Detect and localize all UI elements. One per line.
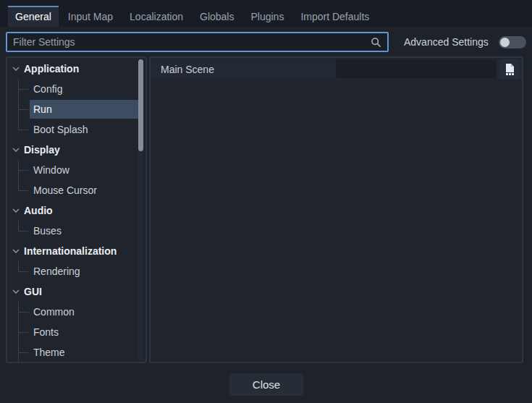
tree-line <box>18 180 19 190</box>
chevron-down-icon <box>12 208 20 213</box>
tab-bar: General Input Map Localization Globals P… <box>0 0 532 27</box>
chevron-down-icon <box>12 249 20 253</box>
filter-settings-box[interactable] <box>6 32 389 52</box>
tree-section-audio[interactable]: Audio <box>7 200 145 221</box>
tree-line <box>18 261 19 271</box>
tree-section-gui[interactable]: GUI <box>7 281 145 302</box>
tree-section-label: GUI <box>24 286 42 297</box>
chevron-down-icon <box>12 148 20 152</box>
tree-item-label: Config <box>33 83 62 95</box>
tree-section-internationalization[interactable]: Internationalization <box>7 241 145 261</box>
tree-item-window[interactable]: Window <box>7 160 145 180</box>
load-file-icon <box>504 64 515 75</box>
tree-line <box>18 312 28 313</box>
tree-item-label: Window <box>33 164 69 176</box>
tree-item-run[interactable]: Run <box>7 99 145 119</box>
tree-section-display[interactable]: Display <box>7 140 145 160</box>
settings-properties-panel: Main Scene <box>149 56 523 363</box>
tree-item-buses[interactable]: Buses <box>7 221 145 241</box>
tree-item-config[interactable]: Config <box>7 79 145 99</box>
search-icon <box>371 37 381 48</box>
tree-line <box>18 170 28 171</box>
load-file-button[interactable] <box>499 59 520 79</box>
tree-line <box>18 190 28 191</box>
filter-settings-input[interactable] <box>13 36 366 48</box>
tree-item-label: Common <box>33 306 75 318</box>
tab-globals[interactable]: Globals <box>193 6 241 27</box>
tree-section-label: Internationalization <box>24 245 117 257</box>
advanced-settings-label: Advanced Settings <box>404 36 489 48</box>
tree-section-label: Display <box>24 144 60 156</box>
settings-tree-panel: Application Config Run Boot Splash Displ… <box>6 56 147 363</box>
toolbar: Advanced Settings <box>6 32 526 52</box>
tree-section-label: Application <box>24 63 79 75</box>
tree-scrollbar-thumb[interactable] <box>138 59 143 151</box>
tree-line <box>18 271 28 272</box>
tree-item-common[interactable]: Common <box>7 302 145 322</box>
tree-section-label: Audio <box>24 205 53 216</box>
tree-item-label: Mouse Cursor <box>33 184 97 196</box>
tree-item-label: Boot Splash <box>33 124 88 135</box>
tree-line <box>18 332 28 333</box>
tree-line <box>18 130 28 130</box>
tree-line <box>18 352 28 353</box>
tree-item-fonts[interactable]: Fonts <box>7 322 145 342</box>
close-button[interactable]: Close <box>229 373 303 396</box>
settings-tree: Application Config Run Boot Splash Displ… <box>7 58 145 362</box>
tree-item-theme[interactable]: Theme <box>7 342 145 362</box>
tab-plugins[interactable]: Plugins <box>243 6 291 27</box>
chevron-down-icon <box>12 289 20 294</box>
tree-item-mouse-cursor[interactable]: Mouse Cursor <box>7 180 145 200</box>
tree-line <box>18 109 28 110</box>
chevron-down-icon <box>12 67 20 71</box>
tree-item-label: Rendering <box>33 266 80 277</box>
tree-item-label: Fonts <box>33 326 59 338</box>
tab-input-map[interactable]: Input Map <box>61 6 120 27</box>
tab-import-defaults[interactable]: Import Defaults <box>293 6 376 27</box>
advanced-settings-toggle[interactable] <box>499 36 526 48</box>
toggle-knob <box>500 38 510 47</box>
tree-item-label: Run <box>33 103 52 115</box>
tree-item-rendering[interactable]: Rendering <box>7 261 145 281</box>
tree-line <box>18 221 19 231</box>
property-row-main-scene: Main Scene <box>151 59 522 80</box>
tree-line <box>18 89 28 90</box>
tree-line <box>18 231 28 232</box>
main-scene-label: Main Scene <box>161 64 214 75</box>
tree-item-label: Buses <box>33 225 62 237</box>
main-scene-input[interactable] <box>336 59 497 79</box>
tree-line <box>18 119 19 130</box>
tab-localization[interactable]: Localization <box>122 6 190 27</box>
tree-item-boot-splash[interactable]: Boot Splash <box>7 119 145 140</box>
tree-section-application[interactable]: Application <box>7 59 145 79</box>
tab-general[interactable]: General <box>8 6 59 27</box>
tree-item-label: Theme <box>33 347 65 358</box>
